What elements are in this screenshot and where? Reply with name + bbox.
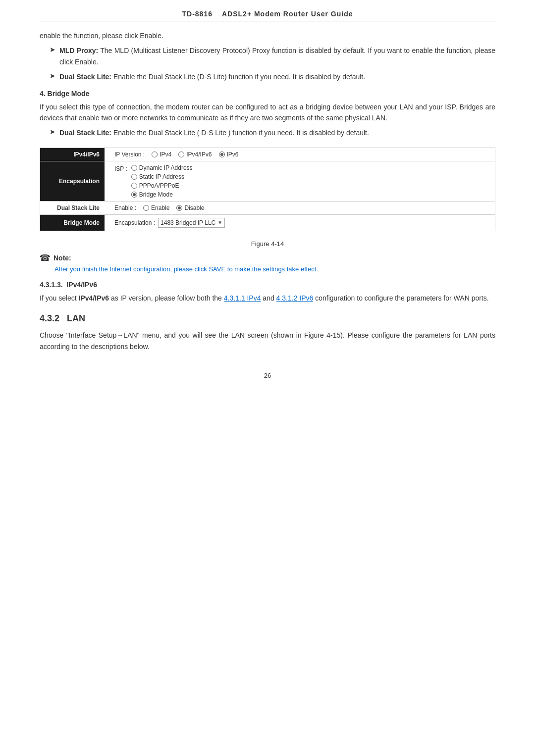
radio-disable[interactable]: Disable [176, 204, 204, 211]
enable-prefix: Enable : [114, 204, 136, 211]
radio-circle-disable [176, 205, 182, 211]
bullet-text-2: Enable the Dual Stack Lite (D-S Lite) fu… [113, 73, 365, 81]
note-text: After you finish the Internet configurat… [54, 265, 495, 273]
bullet-label-3: Dual Stack Lite: [59, 129, 111, 137]
bullet-arrow-2: ➤ [50, 72, 55, 80]
radio-label-ipv6: IPv6 [227, 151, 239, 158]
section-432-paragraph: Choose "Interface Setup→LAN" menu, and y… [40, 330, 495, 352]
bullet-dual-stack-bridge: ➤ Dual Stack Lite: Enable the Dual Stack… [50, 127, 495, 138]
select-arrow-icon: ▼ [217, 220, 222, 225]
radio-label-enable: Enable [151, 204, 169, 211]
content-ipv4ipv6: IP Version : IPv4 IPv4/IPv6 IPv6 [105, 148, 495, 161]
radio-label-disable: Disable [184, 204, 204, 211]
section-432-label: LAN [67, 313, 85, 323]
bullet-mld-proxy: ➤ MLD Proxy: The MLD (Multicast Listener… [50, 45, 495, 67]
label-encapsulation: Encapsulation [40, 161, 105, 201]
radio-static-ip[interactable]: Static IP Address [131, 173, 193, 180]
radio-circle-ipv4 [152, 151, 158, 157]
page-container: TD-8816 ADSL2+ Modem Router User Guide e… [0, 0, 535, 756]
bullet-arrow-3: ➤ [50, 128, 55, 136]
figure-14-container: IPv4/IPv6 IP Version : IPv4 IPv4/IPv6 [40, 148, 495, 231]
figure-14-table: IPv4/IPv6 IP Version : IPv4 IPv4/IPv6 [40, 148, 495, 231]
section-432-heading: 4.3.2 LAN [40, 313, 495, 324]
ip-version-radio-group: IP Version : IPv4 IPv4/IPv6 IPv6 [114, 151, 485, 158]
bullet-text-3: Enable the Dual Stack Lite ( D-S Lite ) … [113, 129, 369, 137]
para-and: and [261, 294, 276, 302]
radio-label-static: Static IP Address [139, 173, 184, 180]
radio-circle-enable [143, 205, 149, 211]
bullet-content-1: MLD Proxy: The MLD (Multicast Listener D… [59, 45, 495, 67]
label-bridge-mode: Bridge Mode [40, 214, 105, 231]
link-ipv6[interactable]: 4.3.1.2 IPv6 [276, 294, 314, 302]
intro-text: enable the function, please click Enable… [40, 30, 495, 41]
section-431-3-heading: 4.3.1.3. IPv4/IPv6 [40, 281, 495, 289]
encap-prefix: Encapsulation : [114, 219, 155, 226]
figure-row-bridge-mode: Bridge Mode Encapsulation : 1483 Bridged… [40, 214, 495, 231]
section4-paragraph: If you select this type of connection, t… [40, 101, 495, 124]
page-number: 26 [40, 372, 495, 379]
enable-radio-group: Enable : Enable Disable [114, 204, 485, 211]
radio-ipv4[interactable]: IPv4 [152, 151, 171, 158]
encapsulation-value: 1483 Bridged IP LLC [160, 219, 215, 226]
section4-heading: 4. Bridge Mode [40, 90, 495, 98]
note-label: Note: [54, 254, 71, 262]
para-bold: IPv4/IPv6 [79, 294, 109, 302]
bullet-dual-stack: ➤ Dual Stack Lite: Enable the Dual Stack… [50, 71, 495, 82]
section4-label: Bridge Mode [48, 90, 90, 98]
figure-row-encapsulation: Encapsulation ISP : Dynamic IP Address S… [40, 161, 495, 201]
section4-number: 4. [40, 90, 46, 98]
radio-label-bridge: Bridge Mode [139, 191, 173, 198]
radio-circle-dynamic [131, 165, 137, 171]
note-phone-icon: ☎ [40, 252, 51, 263]
radio-label-pppoa: PPPoA/PPPoE [139, 182, 179, 189]
radio-bridge-mode[interactable]: Bridge Mode [131, 191, 193, 198]
radio-label-ipv4ipv6: IPv4/IPv6 [186, 151, 212, 158]
note-section: ☎ Note: [40, 252, 495, 263]
header-bar: TD-8816 ADSL2+ Modem Router User Guide [40, 10, 495, 21]
radio-dynamic-ip[interactable]: Dynamic IP Address [131, 164, 193, 171]
section-432-number: 4.3.2 [40, 313, 59, 323]
bullet-content-3: Dual Stack Lite: Enable the Dual Stack L… [59, 127, 369, 138]
bullet-arrow-1: ➤ [50, 46, 55, 53]
para-mid: as IP version, please follow both the [109, 294, 224, 302]
radio-label-dynamic: Dynamic IP Address [139, 164, 193, 171]
figure-row-ip-version: IPv4/IPv6 IP Version : IPv4 IPv4/IPv6 [40, 148, 495, 161]
content-encapsulation: ISP : Dynamic IP Address Static IP Addre… [105, 161, 495, 201]
radio-circle-bridge [131, 192, 137, 198]
section-431-3-number: 4.3.1.3. [40, 281, 63, 289]
radio-circle-static [131, 174, 137, 180]
bullet-content-2: Dual Stack Lite: Enable the Dual Stack L… [59, 71, 365, 82]
section-431-3-paragraph: If you select IPv4/IPv6 as IP version, p… [40, 293, 495, 303]
label-ipv4ipv6: IPv4/IPv6 [40, 148, 105, 161]
radio-circle-ipv4ipv6 [178, 151, 184, 157]
content-dual-stack: Enable : Enable Disable [105, 201, 495, 214]
radio-label-ipv4: IPv4 [160, 151, 171, 158]
figure-caption: Figure 4-14 [40, 240, 495, 248]
radio-circle-ipv6 [219, 151, 225, 157]
section-431-3-label: IPv4/IPv6 [66, 281, 97, 289]
link-ipv4[interactable]: 4.3.1.1 IPv4 [224, 294, 261, 302]
content-bridge-mode: Encapsulation : 1483 Bridged IP LLC ▼ [105, 214, 495, 231]
bullet-label-2: Dual Stack Lite: [59, 73, 111, 81]
encapsulation-select[interactable]: 1483 Bridged IP LLC ▼ [158, 218, 225, 228]
bullet-label-1: MLD Proxy: [59, 47, 98, 54]
header-title: TD-8816 ADSL2+ Modem Router User Guide [182, 10, 353, 18]
radio-circle-pppoa [131, 183, 137, 189]
radio-ipv4ipv6[interactable]: IPv4/IPv6 [178, 151, 212, 158]
model-name: TD-8816 [182, 10, 212, 18]
radio-pppoa[interactable]: PPPoA/PPPoE [131, 182, 193, 189]
para-start: If you select [40, 294, 79, 302]
para-end: configuration to configure the parameter… [313, 294, 488, 302]
header-subtitle: ADSL2+ Modem Router User Guide [222, 10, 353, 18]
radio-ipv6[interactable]: IPv6 [219, 151, 239, 158]
isp-options: Dynamic IP Address Static IP Address PPP… [131, 164, 193, 198]
radio-enable[interactable]: Enable [143, 204, 169, 211]
isp-prefix: ISP : [114, 164, 127, 172]
label-dual-stack: Dual Stack Lite [40, 201, 105, 214]
figure-row-dual-stack: Dual Stack Lite Enable : Enable Disable [40, 201, 495, 214]
bullet-text-1: The MLD (Multicast Listener Discovery Pr… [59, 47, 495, 65]
ip-version-prefix: IP Version : [114, 151, 145, 158]
